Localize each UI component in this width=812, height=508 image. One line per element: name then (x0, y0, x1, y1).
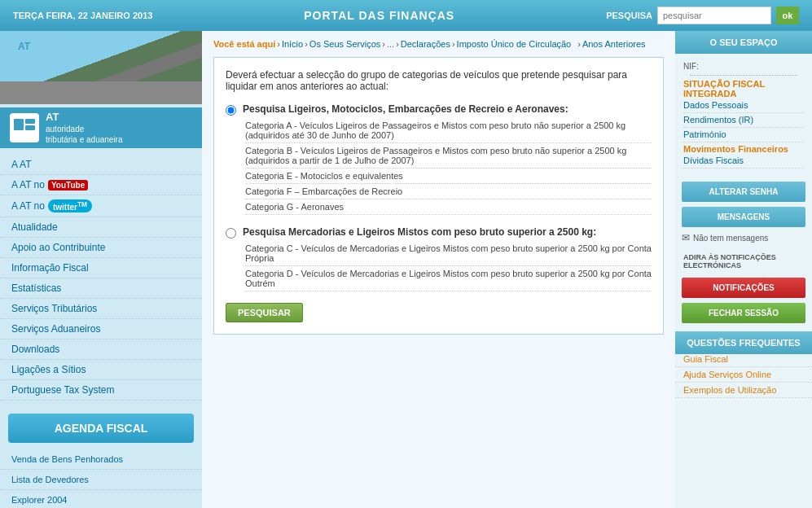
sidebar-item-twitter[interactable]: A AT no twitterTM (0, 195, 202, 217)
categoria-f: Categoria F – Embarcações de Recreio (245, 186, 652, 199)
breadcrumb-anos-ant[interactable]: Anos Anteriores (582, 39, 646, 49)
svg-rect-0 (14, 119, 24, 130)
radio-section-2: Pesquisa Mercadorias e Ligeiros Mistos c… (226, 226, 652, 291)
sidebar-item-ligacoes[interactable]: Ligações a Sítios (0, 360, 202, 380)
logo-icon: AT (10, 113, 39, 142)
breadcrumb: Você está aqui › Início › Os Seus Serviç… (213, 39, 664, 49)
breadcrumb-ellipsis: ... (387, 39, 394, 49)
right-content-espaco: NIF: SITUAÇÃO FISCAL INTEGRADA Dados Pes… (675, 54, 812, 177)
svg-rect-1 (25, 119, 35, 124)
breadcrumb-inicio[interactable]: Início (282, 39, 303, 49)
sidebar-item-info-fiscal[interactable]: Informação Fiscal (0, 258, 202, 278)
breadcrumb-declaracoes[interactable]: Declarações (401, 39, 450, 49)
nif-label: NIF: (683, 62, 699, 71)
categoria-g: Categoria G - Aeronaves (245, 202, 652, 215)
categoria-a: Categoria A - Veículos Ligeiros de Passa… (245, 120, 652, 143)
right-sidebar: O SEU ESPAÇO NIF: SITUAÇÃO FISCAL INTEGR… (675, 31, 812, 508)
radio-mercadorias-label: Pesquisa Mercadorias e Ligeiros Mistos c… (243, 226, 596, 238)
radio-ligeiros-label: Pesquisa Ligeiros, Motociclos, Embarcaçõ… (243, 103, 568, 115)
sidebar-item-atualidade[interactable]: Atualidade (0, 217, 202, 238)
radio-row-2: Pesquisa Mercadorias e Ligeiros Mistos c… (226, 226, 652, 239)
twitter-badge: twitterTM (48, 199, 92, 212)
notif-section: ✉ Não tem mensagens (675, 232, 812, 250)
agenda-item-lista-dev[interactable]: Lista de Devedores (0, 470, 202, 490)
top-bar: TERÇA FEIRA, 22 JANEIRO 2013 PORTAL DAS … (0, 0, 812, 31)
radio-row-1: Pesquisa Ligeiros, Motociclos, Embarcaçõ… (226, 103, 652, 116)
sub-items-2: Categoria C - Veículos de Mercadorias e … (245, 243, 652, 291)
fechar-sessao-button[interactable]: FECHAR SESSÃO (682, 303, 805, 323)
mensagens-button[interactable]: MENSAGENS (682, 207, 805, 227)
rendimentos-link[interactable]: Rendimentos (IR) (683, 115, 804, 128)
situacao-fiscal-link[interactable]: SITUAÇÃO FISCAL INTEGRADA (683, 79, 804, 99)
categoria-b: Categoria B - Veículos Ligeiros de Passa… (245, 146, 652, 169)
dividas-link[interactable]: Dívidas Fiscais (683, 155, 804, 169)
breadcrumb-iuc[interactable]: Imposto Único de Circulação (457, 39, 572, 49)
center-content: Você está aqui › Início › Os Seus Serviç… (202, 31, 675, 508)
categoria-c: Categoria C - Veículos de Mercadorias e … (245, 243, 652, 266)
search-button[interactable]: ok (776, 7, 799, 24)
content-box: Deverá efectuar a selecção do grupo de c… (213, 57, 664, 335)
pesquisar-button[interactable]: PESQUISAR (226, 303, 303, 322)
mail-row: ✉ Não tem mensagens (682, 232, 805, 243)
categoria-e: Categoria E - Motociclos e equivalentes (245, 171, 652, 184)
radio-ligeiros[interactable] (226, 105, 236, 116)
agenda-fiscal-button[interactable]: AGENDA FISCAL (8, 414, 194, 443)
guia-fiscal-link[interactable]: Guia Fiscal (675, 354, 812, 367)
radio-section-1: Pesquisa Ligeiros, Motociclos, Embarcaçõ… (226, 103, 652, 215)
logo-text: AT autoridade tributária e aduaneira (46, 111, 123, 146)
radio-mercadorias[interactable] (226, 228, 236, 239)
agenda-item-explorer[interactable]: Explorer 2004 (0, 490, 202, 508)
sidebar-item-apoio[interactable]: Apoio ao Contribuinte (0, 238, 202, 258)
portal-title: PORTAL DAS FINANÇAS (304, 9, 454, 22)
search-area: PESQUISA ok (606, 7, 799, 24)
svg-rect-2 (25, 125, 35, 130)
notificacoes-button[interactable]: NOTIFICAÇÕES (682, 278, 805, 298)
left-sidebar: AT AT autoridade tributária e aduaneira … (0, 31, 202, 508)
dados-pessoais-link[interactable]: Dados Pessoais (683, 100, 804, 113)
alterar-senha-button[interactable]: ALTERAR SENHA (682, 182, 805, 202)
search-input[interactable] (657, 7, 771, 24)
logo-area: AT AT autoridade tributária e aduaneira (0, 107, 202, 148)
date-text: TERÇA FEIRA, 22 JANEIRO 2013 (13, 11, 152, 20)
questoes-header: QUESTÕES FREQUENTES (675, 331, 812, 354)
sidebar-nav: A AT A AT no YouTube A AT no twitterTM A… (0, 148, 202, 407)
sidebar-item-youtube[interactable]: A AT no YouTube (0, 175, 202, 195)
ajuda-servicos-link[interactable]: Ajuda Serviços Online (675, 370, 812, 383)
seu-espaco-header: O SEU ESPAÇO (675, 31, 812, 54)
breadcrumb-seus-servicos[interactable]: Os Seus Serviços (309, 39, 380, 49)
sidebar-item-downloads[interactable]: Downloads (0, 339, 202, 360)
search-label: PESQUISA (606, 11, 652, 20)
sidebar-item-estatisticas[interactable]: Estatísticas (0, 278, 202, 299)
mail-icon: ✉ (682, 232, 690, 243)
road-image (0, 31, 202, 104)
sidebar-item-serv-trib[interactable]: Serviços Tributários (0, 299, 202, 319)
agenda-item-venda-bens[interactable]: Venda de Bens Penhorados (0, 449, 202, 470)
categoria-d: Categoria D - Veículos de Mercadorias e … (245, 269, 652, 291)
content-instruction: Deverá efectuar a selecção do grupo de c… (226, 69, 652, 92)
sidebar-item-a-at[interactable]: A AT (0, 155, 202, 175)
no-messages-text: Não tem mensagens (693, 234, 768, 243)
youtube-badge: YouTube (48, 180, 88, 190)
patrimonio-link[interactable]: Património (683, 129, 804, 142)
exemplos-utilizacao-link[interactable]: Exemplos de Utilização (675, 385, 812, 398)
movimentos-link[interactable]: Movimentos Financeiros (683, 144, 804, 154)
sidebar-item-pt-tax[interactable]: Portuguese Tax System (0, 380, 202, 401)
adira-label: ADIRA ÀS NOTIFICAÇÕES ELECTRÓNICAS (675, 250, 812, 273)
sidebar-item-serv-aduan[interactable]: Serviços Aduaneiros (0, 319, 202, 339)
sub-items-1: Categoria A - Veículos Ligeiros de Passa… (245, 120, 652, 215)
breadcrumb-label: Você está aqui (213, 39, 275, 49)
